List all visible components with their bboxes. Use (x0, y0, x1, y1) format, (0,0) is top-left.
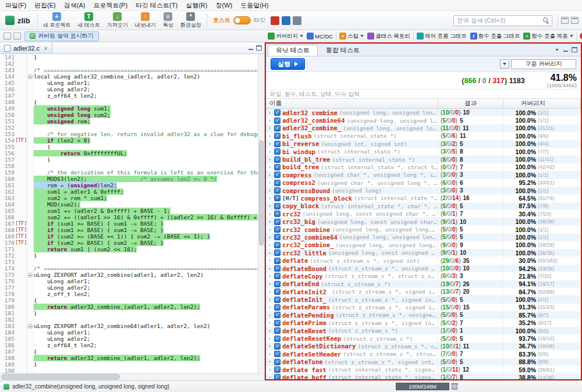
project-selector[interactable]: zlib (2, 16, 36, 25)
expand-chevron-icon[interactable]: › (267, 281, 272, 287)
expand-chevron-icon[interactable]: › (267, 211, 272, 217)
expand-chevron-icon[interactable]: › (267, 227, 272, 233)
checkbox-checked-icon[interactable]: ✓ (274, 141, 281, 147)
function-row[interactable]: ›✓crc32_combine_(unsigned long, unsigned… (266, 241, 581, 249)
function-row[interactable]: ›✓build_tree(struct internal_state *, st… (266, 163, 581, 171)
expand-chevron-icon[interactable]: › (267, 203, 272, 209)
checkbox-checked-icon[interactable]: ✓ (274, 359, 281, 365)
menu-item[interactable]: 파일(F) (1, 0, 30, 11)
coverage-mode-select[interactable]: 구문 커버리지 (511, 59, 576, 69)
function-row[interactable]: ›✓crc32_big(unsigned long, const unsigne… (266, 218, 581, 225)
checkbox-checked-icon[interactable]: ✓ (274, 203, 281, 209)
expand-chevron-icon[interactable]: › (267, 359, 272, 365)
function-row[interactable]: ›✓deflateTune(struct z_stream_s *, signe… (266, 358, 581, 366)
search-icon[interactable] (543, 17, 549, 23)
toolbar-button[interactable]: ↓가져오기 (104, 12, 132, 30)
expand-chevron-icon[interactable]: › (267, 250, 272, 256)
expand-chevron-icon[interactable]: › (267, 297, 272, 302)
expand-chevron-icon[interactable]: › (267, 328, 272, 334)
function-row[interactable]: ›✓build_bl_tree(struct internal_state *)… (266, 155, 581, 163)
checkbox-checked-icon[interactable]: ✓ (274, 117, 281, 124)
column-name[interactable]: 이름 (266, 99, 438, 108)
editor-vertical-scrollbar[interactable] (258, 54, 264, 373)
checkbox-checked-icon[interactable]: ✓ (274, 156, 281, 163)
menu-item[interactable]: 타깃 테스트(T) (132, 0, 182, 11)
column-result[interactable]: 결과 (438, 99, 503, 108)
menu-item[interactable]: 도움말(H) (236, 0, 272, 11)
checkbox-checked-icon[interactable]: ✓ (274, 195, 281, 201)
function-row[interactable]: ›✓crc32(unsigned long, const unsigned ch… (266, 210, 581, 218)
function-row[interactable]: ›✓deflate_fast(struct internal_state *, … (266, 366, 581, 373)
function-row[interactable]: ›✓adler32_combine_(unsigned long, unsign… (266, 124, 581, 132)
fold-minus-icon[interactable] (28, 324, 33, 329)
target-run-icon[interactable] (271, 16, 279, 25)
checkbox-checked-icon[interactable]: ✓ (274, 273, 281, 279)
column-coverage[interactable]: 커버리지 (503, 99, 581, 108)
function-row[interactable]: ›✓deflatePending(struct z_stream_s *, un… (266, 311, 581, 319)
function-row[interactable]: ›✓deflateInit2_(struct z_stream_s *, sig… (266, 288, 581, 295)
menu-item[interactable]: 편집(E) (30, 0, 60, 11)
expand-chevron-icon[interactable]: › (267, 219, 272, 224)
expand-chevron-icon[interactable]: › (267, 149, 272, 155)
show-covered-area-toggle[interactable]: 커버된 영역 표시하기 (24, 31, 99, 41)
checkbox-checked-icon[interactable]: ✓ (274, 133, 281, 139)
function-row[interactable]: ›✓deflateParams(struct z_stream_s *, sig… (266, 304, 581, 311)
checkbox-checked-icon[interactable]: ✓ (274, 180, 281, 186)
function-row[interactable]: ›✓adler32_combine(unsigned long, unsigne… (266, 109, 581, 116)
coverage-mode-dropdown-icon[interactable] (500, 59, 509, 69)
fold-minus-icon[interactable] (28, 74, 33, 79)
open-perspective-icon[interactable] (561, 17, 569, 24)
expand-chevron-icon[interactable]: › (267, 336, 272, 341)
menu-item[interactable]: 창(W) (211, 0, 236, 11)
function-row[interactable]: ›✓compress(unsigned char *, unsigned lon… (266, 171, 581, 179)
memory-gauge[interactable]: 100M/248M (396, 383, 449, 390)
expand-chevron-icon[interactable]: › (267, 188, 272, 194)
expand-chevron-icon[interactable]: › (267, 133, 272, 139)
close-icon[interactable]: × (44, 45, 47, 52)
checkbox-checked-icon[interactable]: ✓ (274, 187, 281, 194)
function-row[interactable]: ›✓deflateCopy(struct z_stream_s *, struc… (266, 272, 581, 280)
checkbox-checked-icon[interactable]: ✓ (274, 351, 281, 357)
function-row[interactable]: ›✓crc32_combine(unsigned long, unsigned … (266, 226, 581, 233)
editor-tab-adler32[interactable]: adler32.c × (0, 42, 52, 54)
expand-chevron-icon[interactable]: › (267, 125, 272, 131)
filter-input[interactable] (266, 91, 581, 97)
host-target-toggle[interactable]: 호스트 타깃 (209, 16, 269, 24)
expand-chevron-icon[interactable]: › (267, 343, 272, 349)
checkbox-checked-icon[interactable]: ✓ (274, 374, 281, 379)
expand-chevron-icon[interactable]: › (267, 367, 272, 373)
expand-chevron-icon[interactable]: › (267, 172, 272, 178)
function-row[interactable]: ›✓bi_reverse(unsigned int, signed int)(3… (266, 140, 581, 148)
checkbox-checked-icon[interactable]: ✓ (274, 265, 281, 272)
expand-chevron-icon[interactable]: › (267, 258, 272, 263)
function-row[interactable]: ›✓deflate(struct z_stream_s *, signed in… (266, 256, 581, 264)
function-row[interactable]: ›✓[H/T]compress_block(struct internal_st… (266, 194, 581, 202)
checkbox-checked-icon[interactable]: ✓ (274, 125, 281, 131)
function-row[interactable]: ›✓deflateInit_(struct z_stream_s *, sign… (266, 295, 581, 303)
global-search-input[interactable] (457, 17, 543, 24)
checkbox-checked-icon[interactable]: ✓ (274, 297, 281, 303)
function-row[interactable]: ›✓copy_block(struct internal_state *, ch… (266, 202, 581, 210)
expand-chevron-icon[interactable]: › (267, 289, 272, 295)
expand-chevron-icon[interactable]: › (267, 312, 272, 318)
toolbar-button[interactable]: ↑내보내기 (132, 12, 159, 30)
function-row[interactable]: ›✓bi_flush(struct internal_state *)(5 / … (266, 132, 581, 140)
function-row[interactable]: ›✓deflateResetKeep(struct z_stream_s *)(… (266, 334, 581, 342)
perspective-icon[interactable] (3, 33, 11, 40)
view-layout-icon[interactable] (13, 33, 21, 40)
toolbar-button[interactable]: ≡특성 (159, 12, 177, 30)
view-toolbar-button[interactable]: ≡함수 호출 계층 (521, 33, 574, 40)
expand-chevron-icon[interactable]: › (267, 242, 272, 248)
function-row[interactable]: ›✓compress2(unsigned char *, unsigned lo… (266, 179, 581, 187)
menu-item[interactable]: 프로젝트(P) (89, 0, 132, 11)
checkbox-checked-icon[interactable]: ✓ (274, 304, 281, 311)
checkbox-checked-icon[interactable]: ✓ (274, 226, 281, 233)
checkbox-checked-icon[interactable]: ✓ (274, 219, 281, 225)
checkbox-checked-icon[interactable]: ✓ (274, 148, 281, 155)
fold-minus-icon[interactable] (28, 273, 33, 277)
tab-unit-test[interactable]: 유닛 테스트 (268, 45, 318, 56)
checkbox-checked-icon[interactable]: ✓ (274, 172, 281, 178)
toolbar-button[interactable]: T새 테스트 (74, 12, 104, 30)
function-row[interactable]: ›✓crc32_combine64(unsigned long, unsigne… (266, 233, 581, 241)
function-row[interactable]: ›✓deflateReset(struct z_stream_s *)(1 / … (266, 327, 581, 334)
